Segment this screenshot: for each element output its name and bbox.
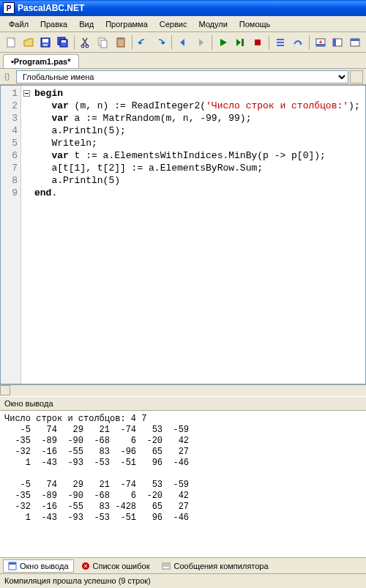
svg-rect-3 [43, 44, 48, 46]
toolbar-sep [171, 35, 172, 50]
open-button[interactable] [20, 34, 37, 51]
back-button[interactable] [175, 34, 191, 51]
tab-output[interactable]: Окно вывода [3, 559, 74, 573]
svg-rect-6 [61, 40, 66, 42]
svg-rect-17 [277, 45, 284, 46]
scope-combo[interactable]: Глобальные имена [16, 70, 348, 83]
errors-icon [81, 562, 90, 570]
panel2-button[interactable] [329, 34, 346, 51]
svg-rect-12 [119, 37, 123, 40]
panel1-button[interactable] [313, 34, 329, 51]
output-icon [8, 562, 17, 570]
svg-rect-2 [42, 39, 48, 42]
fold-column [21, 86, 31, 384]
titlebar: P PascalABC.NET [0, 0, 366, 16]
nav-dropdown-button[interactable] [350, 70, 363, 83]
svg-rect-15 [277, 39, 284, 40]
run-button[interactable] [215, 34, 231, 51]
menu-file[interactable]: Файл [3, 18, 34, 30]
toolbar-sep [309, 35, 310, 50]
menu-service[interactable]: Сервис [154, 18, 193, 30]
menu-program[interactable]: Программа [100, 18, 154, 30]
menu-edit[interactable]: Правка [34, 18, 73, 30]
tab-compiler[interactable]: Сообщения компилятора [157, 559, 273, 573]
svg-rect-10 [101, 40, 107, 48]
svg-rect-16 [277, 42, 284, 43]
forward-button[interactable] [193, 34, 209, 51]
editor-tabs: •Program1.pas* [0, 53, 366, 69]
svg-rect-21 [333, 39, 336, 46]
new-button[interactable] [3, 34, 19, 51]
toolbar-sep [212, 35, 212, 50]
line-gutter: 1 2 3 4 5 6 7 8 9 [1, 86, 21, 384]
scope-icon: {} [3, 71, 15, 83]
output-panel[interactable]: Число строк и столбцов: 4 7 -5 74 29 21 … [0, 411, 366, 557]
nav-bar: {} Глобальные имена [0, 69, 366, 85]
stepinto-button[interactable] [272, 34, 288, 51]
toolbar [0, 32, 366, 53]
svg-rect-13 [242, 39, 244, 46]
output-panel-title: Окно вывода [0, 396, 366, 411]
run2-button[interactable] [233, 34, 249, 51]
svg-rect-26 [9, 562, 16, 565]
undo-button[interactable] [135, 34, 152, 51]
menu-help[interactable]: Помощь [234, 18, 277, 30]
status-text: Компиляция прошла успешно (9 строк) [4, 576, 151, 585]
horizontal-scrollbar[interactable] [0, 384, 366, 396]
cut-button[interactable] [78, 34, 94, 51]
code-editor[interactable]: 1 2 3 4 5 6 7 8 9 begin var (m, n) := Re… [0, 85, 366, 384]
tab-errors[interactable]: Список ошибок [76, 559, 155, 573]
toolbar-sep [269, 35, 269, 50]
copy-button[interactable] [95, 34, 111, 51]
bottom-tabs: Окно вывода Список ошибок Сообщения комп… [0, 557, 366, 573]
statusbar: Компиляция прошла успешно (9 строк) [0, 573, 366, 588]
toolbar-sep [74, 35, 75, 50]
svg-rect-23 [351, 39, 359, 41]
menu-view[interactable]: Вид [73, 18, 100, 30]
svg-rect-19 [316, 44, 325, 46]
menu-modules[interactable]: Модули [193, 18, 233, 30]
panel3-button[interactable] [347, 34, 363, 51]
fold-toggle[interactable] [23, 90, 30, 97]
redo-button[interactable] [152, 34, 168, 51]
svg-rect-14 [255, 40, 261, 45]
saveall-button[interactable] [55, 34, 71, 51]
stepover-button[interactable] [290, 34, 306, 51]
app-icon: P [3, 2, 15, 14]
window-title: PascalABC.NET [18, 3, 84, 13]
compiler-icon [162, 562, 171, 570]
save-button[interactable] [38, 34, 54, 51]
paste-button[interactable] [113, 34, 129, 51]
toolbar-sep [132, 35, 132, 50]
svg-text:{}: {} [4, 72, 10, 81]
stop-button[interactable] [250, 34, 266, 51]
scroll-thumb[interactable] [0, 385, 10, 395]
file-tab[interactable]: •Program1.pas* [3, 54, 79, 68]
code-area[interactable]: begin var (m, n) := ReadInteger2('Число … [31, 86, 365, 384]
menubar: Файл Правка Вид Программа Сервис Модули … [0, 16, 366, 32]
